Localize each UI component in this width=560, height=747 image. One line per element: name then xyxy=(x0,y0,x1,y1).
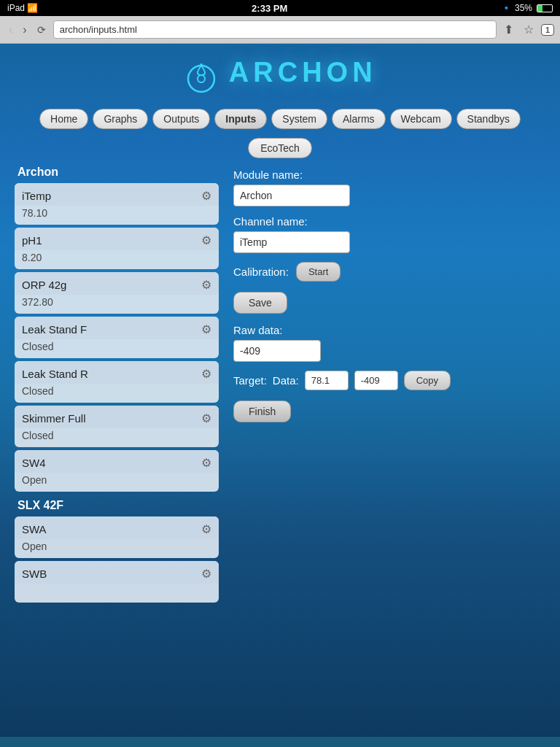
raw-data-label: Raw data: xyxy=(233,324,545,336)
nav-bar: Home Graphs Outputs Inputs System Alarms… xyxy=(0,104,560,133)
input-card-header-itemp: iTemp ⚙ xyxy=(15,183,219,206)
bluetooth-icon: 🔹 xyxy=(501,3,512,13)
reload-button[interactable]: ⟳ xyxy=(34,23,49,37)
calibration-label: Calibration: xyxy=(233,266,289,278)
input-value-swa: Open xyxy=(15,539,219,558)
input-name-orp: ORP 42g xyxy=(22,279,66,291)
input-name-swa: SWA xyxy=(22,523,47,535)
target-data-row: Target: Data: Copy xyxy=(233,371,545,390)
tab-count[interactable]: 1 xyxy=(541,24,554,36)
section-archon-label: Archon xyxy=(15,166,219,179)
input-name-itemp: iTemp xyxy=(22,190,51,202)
nav-outputs[interactable]: Outputs xyxy=(152,109,210,129)
nav-inputs[interactable]: Inputs xyxy=(214,109,267,129)
battery-icon xyxy=(537,4,553,12)
target-value-input[interactable] xyxy=(305,371,349,390)
status-right: 🔹 35% xyxy=(501,3,553,13)
gear-icon-sw4[interactable]: ⚙ xyxy=(201,456,211,470)
svg-point-2 xyxy=(200,63,203,66)
right-panel: Module name: Channel name: Calibration: … xyxy=(233,166,545,605)
logo-area: ARCHON xyxy=(0,44,560,104)
input-value-skimmer: Closed xyxy=(15,428,219,447)
input-card-header-leakf: Leak Stand F ⚙ xyxy=(15,317,219,339)
input-value-leakf: Closed xyxy=(15,339,219,358)
battery-percent: 35% xyxy=(515,3,532,13)
calibration-row: Calibration: Start xyxy=(233,262,545,282)
input-card-header-sw4: SW4 ⚙ xyxy=(15,450,219,473)
nav-home[interactable]: Home xyxy=(39,109,88,129)
input-card-swb: SWB ⚙ xyxy=(15,561,219,603)
gear-icon-leakr[interactable]: ⚙ xyxy=(201,367,211,381)
nav-webcam[interactable]: Webcam xyxy=(390,109,452,129)
carrier-wifi: iPad 📶 xyxy=(7,3,38,13)
url-bar[interactable] xyxy=(53,20,497,39)
input-card-ph1: pH1 ⚙ 8.20 xyxy=(15,228,219,269)
raw-data-input[interactable] xyxy=(233,340,321,362)
gear-icon-orp[interactable]: ⚙ xyxy=(201,278,211,292)
logo-text: ARCHON xyxy=(229,57,377,88)
input-card-leakr: Leak Stand R ⚙ Closed xyxy=(15,361,219,403)
input-value-itemp: 78.10 xyxy=(15,206,219,225)
input-card-header-skimmer: Skimmer Full ⚙ xyxy=(15,406,219,428)
data-value-input[interactable] xyxy=(354,371,398,390)
input-name-leakf: Leak Stand F xyxy=(22,323,87,336)
save-button[interactable]: Save xyxy=(233,292,287,314)
channel-name-input[interactable] xyxy=(233,231,350,253)
start-button[interactable]: Start xyxy=(296,262,341,282)
gear-icon-swb[interactable]: ⚙ xyxy=(201,567,211,581)
left-panel: Archon iTemp ⚙ 78.10 pH1 ⚙ 8.20 xyxy=(15,166,219,605)
finish-button[interactable]: Finish xyxy=(233,400,291,422)
input-card-header-swa: SWA ⚙ xyxy=(15,516,219,539)
page-background: ARCHON Home Graphs Outputs Inputs System… xyxy=(0,44,560,737)
nav-alarms[interactable]: Alarms xyxy=(332,109,386,129)
input-card-skimmer: Skimmer Full ⚙ Closed xyxy=(15,406,219,447)
nav-system[interactable]: System xyxy=(271,109,327,129)
input-name-swb: SWB xyxy=(22,568,47,580)
copy-button[interactable]: Copy xyxy=(404,371,451,390)
input-card-itemp: iTemp ⚙ 78.10 xyxy=(15,183,219,225)
archon-logo-symbol xyxy=(183,61,219,97)
wifi-icon: 📶 xyxy=(27,3,38,13)
input-name-ph1: pH1 xyxy=(22,234,42,247)
input-card-header-swb: SWB ⚙ xyxy=(15,561,219,584)
gear-icon-itemp[interactable]: ⚙ xyxy=(201,189,211,203)
svg-point-1 xyxy=(198,75,205,82)
input-card-leakf: Leak Stand F ⚙ Closed xyxy=(15,317,219,358)
status-bar: iPad 📶 2:33 PM 🔹 35% xyxy=(0,0,560,16)
gear-icon-leakf[interactable]: ⚙ xyxy=(201,322,211,336)
bookmark-button[interactable]: ☆ xyxy=(521,21,537,38)
share-button[interactable]: ⬆ xyxy=(501,21,516,38)
module-name-label: Module name: xyxy=(233,169,545,181)
section-slx-label: SLX 42F xyxy=(15,499,219,512)
back-button[interactable]: ‹ xyxy=(6,22,15,38)
input-value-leakr: Closed xyxy=(15,384,219,403)
main-content: Archon iTemp ⚙ 78.10 pH1 ⚙ 8.20 xyxy=(0,158,560,613)
input-card-header-leakr: Leak Stand R ⚙ xyxy=(15,361,219,384)
nav-standbys[interactable]: Standbys xyxy=(456,109,521,129)
svg-point-0 xyxy=(188,66,214,92)
gear-icon-swa[interactable]: ⚙ xyxy=(201,522,211,536)
browser-chrome: ‹ › ⟳ ⬆ ☆ 1 xyxy=(0,16,560,44)
gear-icon-skimmer[interactable]: ⚙ xyxy=(201,411,211,425)
input-card-sw4: SW4 ⚙ Open xyxy=(15,450,219,492)
input-card-swa: SWA ⚙ Open xyxy=(15,516,219,558)
nav-graphs[interactable]: Graphs xyxy=(93,109,148,129)
data-label: Data: xyxy=(273,374,299,387)
input-value-ph1: 8.20 xyxy=(15,250,219,269)
input-card-header-ph1: pH1 ⚙ xyxy=(15,228,219,250)
input-card-orp: ORP 42g ⚙ 372.80 xyxy=(15,272,219,314)
input-value-sw4: Open xyxy=(15,473,219,492)
input-name-skimmer: Skimmer Full xyxy=(22,412,86,425)
module-name-input[interactable] xyxy=(233,185,350,206)
gear-icon-ph1[interactable]: ⚙ xyxy=(201,233,211,247)
input-name-leakr: Leak Stand R xyxy=(22,368,88,380)
forward-button[interactable]: › xyxy=(20,22,29,38)
input-value-orp: 372.80 xyxy=(15,295,219,314)
input-card-header-orp: ORP 42g ⚙ xyxy=(15,272,219,295)
time-display: 2:33 PM xyxy=(252,3,287,14)
input-name-sw4: SW4 xyxy=(22,457,46,469)
channel-name-label: Channel name: xyxy=(233,215,545,228)
input-value-swb xyxy=(15,584,219,603)
carrier-label: iPad xyxy=(7,3,25,13)
nav-ecotech[interactable]: EcoTech xyxy=(248,138,312,158)
